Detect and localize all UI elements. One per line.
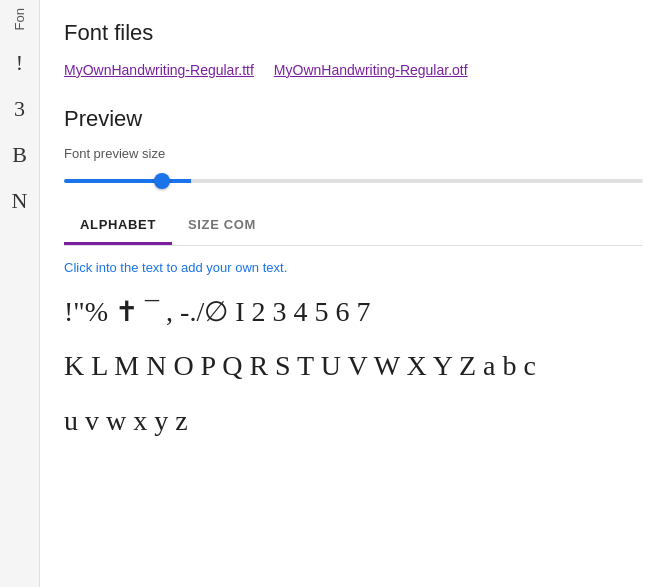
- font-files-links: MyOwnHandwriting-Regular.ttf MyOwnHandwr…: [64, 62, 643, 78]
- font-link-ttf[interactable]: MyOwnHandwriting-Regular.ttf: [64, 62, 254, 78]
- preview-row-2[interactable]: K L M N O P Q R S T U V W X Y Z a b c: [64, 341, 643, 391]
- preview-title: Preview: [64, 106, 643, 132]
- slider-container: Font preview size: [64, 146, 643, 187]
- slider-label: Font preview size: [64, 146, 643, 161]
- font-preview-area[interactable]: !"% ✝ ¯ , -./∅ I 2 3 4 5 6 7 K L M N O P…: [64, 287, 643, 446]
- preview-row-3[interactable]: u v w x y z: [64, 396, 643, 446]
- main-content: Font files MyOwnHandwriting-Regular.ttf …: [40, 0, 667, 587]
- sidebar-char-2: 3: [14, 96, 25, 122]
- font-link-otf[interactable]: MyOwnHandwriting-Regular.otf: [274, 62, 468, 78]
- tabs-row: ALPHABET SIZE COM: [64, 207, 643, 246]
- sidebar-char-4: N: [12, 188, 28, 214]
- sidebar-preview-chars: ! 3 B N: [12, 50, 28, 214]
- font-files-title: Font files: [64, 20, 643, 46]
- preview-row-1[interactable]: !"% ✝ ¯ , -./∅ I 2 3 4 5 6 7: [64, 287, 643, 337]
- click-hint: Click into the text to add your own text…: [64, 260, 643, 275]
- tab-size-comparison[interactable]: SIZE COM: [172, 207, 272, 245]
- tab-alphabet[interactable]: ALPHABET: [64, 207, 172, 245]
- sidebar: Fon ! 3 B N: [0, 0, 40, 587]
- sidebar-char-1: !: [16, 50, 23, 76]
- sidebar-char-3: B: [12, 142, 27, 168]
- sidebar-label: Fon: [12, 8, 27, 30]
- font-size-slider[interactable]: [64, 179, 643, 183]
